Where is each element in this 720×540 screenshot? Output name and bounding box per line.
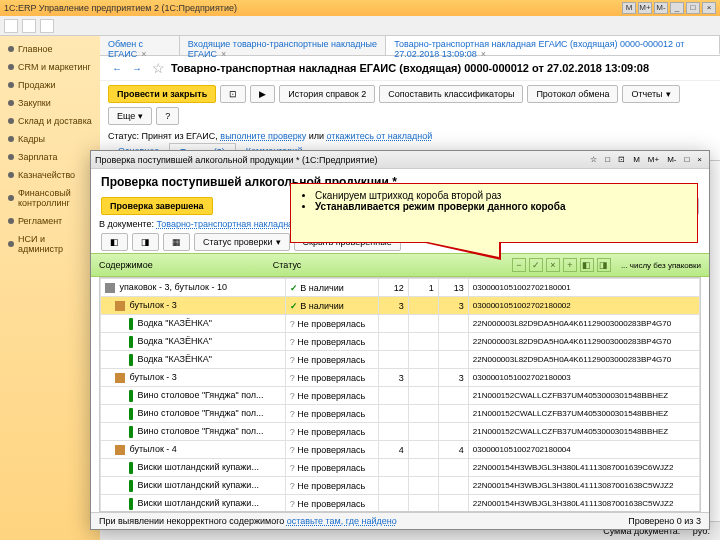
tb-icon[interactable]	[40, 19, 54, 33]
save-button[interactable]: ⊡	[220, 85, 246, 103]
table-row[interactable]: Водка "КАЗЁНКА"? Не проверялась22N000003…	[101, 315, 700, 333]
status-value: Принят из ЕГАИС,	[141, 131, 217, 141]
callout-line: Устанавливается режим проверки данного к…	[315, 201, 689, 212]
sidebar-item[interactable]: Закупки	[0, 94, 100, 112]
win-btn[interactable]: M+	[638, 2, 652, 14]
green-ctrls: − ✓ × + ◧ ◨	[512, 258, 611, 272]
ctrl-icon[interactable]: ✓	[529, 258, 543, 272]
bottle-icon	[129, 354, 133, 366]
star-icon	[8, 46, 14, 52]
ctrl-icon[interactable]: ◨	[597, 258, 611, 272]
sidebar-item[interactable]: Кадры	[0, 130, 100, 148]
sidebar-item[interactable]: Финансовый контроллинг	[0, 184, 100, 212]
foot-progress: Проверено 0 из 3	[628, 516, 701, 526]
sidebar-item[interactable]: Склад и доставка	[0, 112, 100, 130]
tb-btn[interactable]: ▦	[163, 233, 190, 251]
tab[interactable]: Входящие товарно-транспортные накладные …	[180, 36, 387, 55]
sidebar-item[interactable]: Продажи	[0, 76, 100, 94]
bottle-icon	[129, 498, 133, 510]
mctrl-icon[interactable]: ☆	[587, 155, 600, 164]
modal-title-text: Проверка поступившей алкогольной продукц…	[95, 155, 378, 165]
sidebar-item-label: Склад и доставка	[18, 116, 92, 126]
reports-button[interactable]: Отчеты ▾	[622, 85, 679, 103]
history-button[interactable]: История справок 2	[279, 85, 375, 103]
foot-link[interactable]: оставьте там, где найдено	[287, 516, 397, 526]
sidebar-item-label: CRM и маркетинг	[18, 62, 91, 72]
table-row[interactable]: Вино столовое "Гянджа" пол...? Не провер…	[101, 405, 700, 423]
btn-label: Еще	[117, 111, 135, 121]
sidebar-item[interactable]: Казначейство	[0, 166, 100, 184]
mctrl-icon[interactable]: □	[681, 155, 692, 164]
sidebar-item[interactable]: Зарплата	[0, 148, 100, 166]
callout-line: Сканируем штрихкод короба второй раз	[315, 190, 689, 201]
green-toolbar: Содержимое Статус − ✓ × + ◧ ◨ ... числу …	[91, 253, 709, 277]
mctrl-icon[interactable]: ⊡	[615, 155, 628, 164]
tb-icon[interactable]	[22, 19, 36, 33]
table-row[interactable]: Вино столовое "Гянджа" пол...? Не провер…	[101, 423, 700, 441]
sidebar-item-label: Закупки	[18, 98, 51, 108]
table-row[interactable]: Водка "КАЗЁНКА"? Не проверялась22N000003…	[101, 351, 700, 369]
window-buttons: M M+ M- _ □ ×	[622, 2, 716, 14]
post-close-button[interactable]: Провести и закрыть	[108, 85, 216, 103]
win-btn[interactable]: M	[622, 2, 636, 14]
table-row[interactable]: Водка "КАЗЁНКА"? Не проверялась22N000003…	[101, 333, 700, 351]
win-max-icon[interactable]: □	[686, 2, 700, 14]
tb-btn[interactable]: ◧	[101, 233, 128, 251]
btn-label: Отчеты	[631, 89, 662, 99]
tb-btn[interactable]: ◨	[132, 233, 159, 251]
ctrl-icon[interactable]: ×	[546, 258, 560, 272]
table-row[interactable]: Виски шотландский купажи...? Не проверял…	[101, 459, 700, 477]
mctrl-icon[interactable]: M	[630, 155, 643, 164]
compare-button[interactable]: Сопоставить классификаторы	[379, 85, 523, 103]
more-button[interactable]: Еще ▾	[108, 107, 152, 125]
sidebar-item-label: Зарплата	[18, 152, 57, 162]
content-col-label: Содержимое	[99, 260, 153, 270]
win-close-icon[interactable]: ×	[702, 2, 716, 14]
mctrl-icon[interactable]: M+	[645, 155, 662, 164]
sidebar-item[interactable]: Регламент	[0, 212, 100, 230]
dot-icon	[8, 118, 14, 124]
table-row[interactable]: Виски шотландский купажи...? Не проверял…	[101, 477, 700, 495]
box-icon	[115, 301, 125, 311]
help-button[interactable]: ?	[156, 107, 179, 125]
sidebar-item[interactable]: Главное	[0, 40, 100, 58]
ctrl-icon[interactable]: −	[512, 258, 526, 272]
table-row[interactable]: бутылок - 3? Не проверялась3303000010510…	[101, 369, 700, 387]
tab[interactable]: Обмен с ЕГАИС×	[100, 36, 180, 55]
sidebar-item[interactable]: НСИ и администр	[0, 230, 100, 258]
win-min-icon[interactable]: _	[670, 2, 684, 14]
modal-close-icon[interactable]: ×	[694, 155, 705, 164]
nav-prev-icon[interactable]: ←	[108, 61, 126, 76]
modal-window-controls: ☆ □ ⊡ M M+ M- □ ×	[587, 155, 705, 164]
sidebar-item-label: Продажи	[18, 80, 56, 90]
items-grid[interactable]: упаковок - 3, бутылок - 10✓ В наличии121…	[99, 277, 701, 512]
status-label: Статус:	[108, 131, 139, 141]
protocol-button[interactable]: Протокол обмена	[527, 85, 618, 103]
win-btn[interactable]: M-	[654, 2, 668, 14]
check-link[interactable]: выполните проверку	[220, 131, 306, 141]
table-row[interactable]: Виски шотландский купажи...? Не проверял…	[101, 495, 700, 513]
table-row[interactable]: упаковок - 3, бутылок - 10✓ В наличии121…	[101, 279, 700, 297]
tb-icon[interactable]	[4, 19, 18, 33]
table-row[interactable]: Вино столовое "Гянджа" пол...? Не провер…	[101, 387, 700, 405]
reject-link[interactable]: откажитесь от накладной	[327, 131, 433, 141]
post-button[interactable]: ▶	[250, 85, 275, 103]
status-check-button[interactable]: Статус проверки ▾	[194, 233, 290, 251]
box-icon	[115, 445, 125, 455]
nav-next-icon[interactable]: →	[128, 61, 146, 76]
sidebar-item[interactable]: CRM и маркетинг	[0, 58, 100, 76]
table-row[interactable]: бутылок - 4? Не проверялась4403000010510…	[101, 441, 700, 459]
sidebar-item-label: Казначейство	[18, 170, 75, 180]
mctrl-icon[interactable]: □	[602, 155, 613, 164]
bottle-icon	[129, 390, 133, 402]
ctrl-icon[interactable]: ◧	[580, 258, 594, 272]
sidebar-item-label: Финансовый контроллинг	[18, 188, 92, 208]
btn-label: Статус проверки	[203, 237, 273, 247]
tab[interactable]: Товарно-транспортная накладная ЕГАИС (вх…	[386, 36, 720, 55]
dot-icon	[8, 172, 14, 178]
mctrl-icon[interactable]: M-	[664, 155, 679, 164]
table-row[interactable]: бутылок - 3✓ В наличии330300001051002702…	[101, 297, 700, 315]
favorite-icon[interactable]: ☆	[152, 60, 165, 76]
ctrl-icon[interactable]: +	[563, 258, 577, 272]
check-done-button[interactable]: Проверка завершена	[101, 197, 213, 215]
